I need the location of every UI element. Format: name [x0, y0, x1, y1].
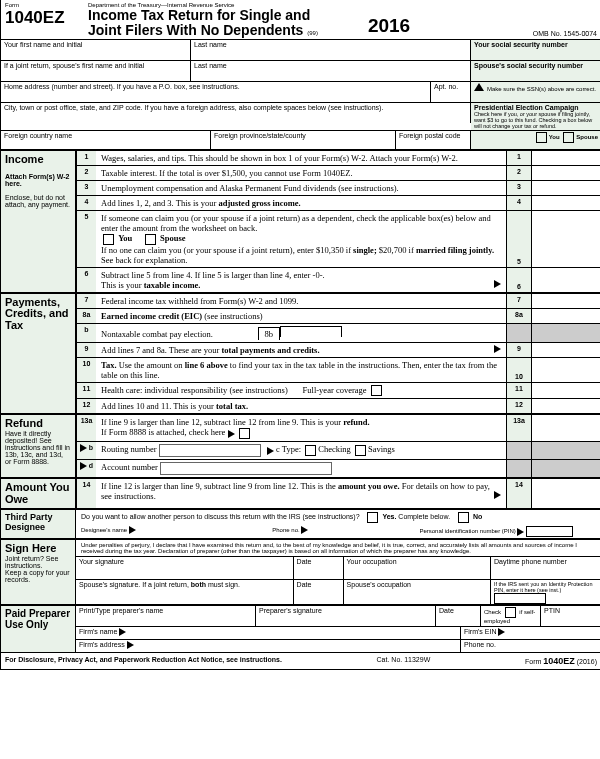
income-side: Income Attach Form(s) W-2 here. Enclose,… — [1, 151, 76, 292]
pec-checks: You Spouse — [471, 131, 600, 149]
form8888-checkbox[interactable] — [239, 428, 250, 439]
line-8b-amount[interactable] — [280, 326, 342, 337]
line-12: Add lines 10 and 11. This is your total … — [96, 399, 506, 413]
line-8a: Earned income credit (EIC) (see instruct… — [96, 309, 506, 323]
footer-left: For Disclosure, Privacy Act, and Paperwo… — [5, 656, 282, 666]
line-4: Add lines 1, 2, and 3. This is your adju… — [96, 196, 506, 210]
spouse-sign-date-field[interactable]: Date — [294, 580, 344, 604]
preparer-date-field[interactable]: Date — [436, 606, 481, 626]
arrow-icon — [127, 641, 134, 649]
line-8a-amount[interactable] — [531, 309, 600, 323]
ipp-field[interactable]: If the IRS sent you an Identity Protecti… — [491, 580, 600, 604]
tpd-fields: Designee's name Phone no. Personal ident… — [76, 525, 600, 538]
full-year-coverage-checkbox[interactable] — [371, 385, 382, 396]
tax-year: 2016 — [368, 15, 410, 37]
line-4-amount[interactable] — [531, 196, 600, 210]
arrow-icon — [494, 491, 501, 499]
your-first-name-field[interactable]: Your first name and initial — [1, 40, 191, 60]
your-occupation-field[interactable]: Your occupation — [344, 557, 491, 579]
account-number-field[interactable] — [160, 462, 332, 475]
spouse-occupation-field[interactable]: Spouse's occupation — [344, 580, 491, 604]
your-last-name-field[interactable]: Last name — [191, 40, 471, 60]
line-3-amount[interactable] — [531, 181, 600, 195]
your-ssn-field[interactable]: Your social security number — [471, 40, 600, 60]
ptin-field[interactable]: PTIN — [541, 606, 600, 626]
your-signature-field[interactable]: Your signature — [76, 557, 294, 579]
daytime-phone-field[interactable]: Daytime phone number — [491, 557, 600, 579]
arrow-icon — [494, 280, 501, 288]
form-title-box: Department of the Treasury—Internal Reve… — [84, 0, 483, 39]
tpd-side: Third Party Designee — [1, 510, 76, 538]
line-6: Subtract line 5 from line 4. If line 5 i… — [96, 268, 506, 292]
arrow-icon — [80, 444, 87, 452]
line-14: If line 12 is larger than line 9, subtra… — [96, 479, 506, 508]
line-13a: If line 9 is larger than line 12, subtra… — [96, 415, 506, 441]
footer-right: Form 1040EZ (2016) — [525, 656, 597, 666]
form-number-box: Form 1040EZ — [1, 0, 84, 39]
line-13a-amount[interactable] — [531, 415, 600, 441]
line-10-amount[interactable] — [531, 358, 600, 382]
line-6-amount[interactable] — [531, 268, 600, 292]
form-number: 1040EZ — [5, 8, 80, 28]
preparer-name-field[interactable]: Print/Type preparer's name — [76, 606, 256, 626]
sign-date-field[interactable]: Date — [294, 557, 344, 579]
foreign-province-field[interactable]: Foreign province/state/county — [211, 131, 396, 149]
spouse-signature-field[interactable]: Spouse's signature. If a joint return, b… — [76, 580, 294, 604]
arrow-icon — [267, 447, 274, 455]
tpd-question: Do you want to allow another person to d… — [76, 510, 600, 525]
tpd-no-checkbox[interactable] — [458, 512, 469, 523]
arrow-icon — [129, 526, 136, 534]
refund-side: RefundHave it directly deposited! See in… — [1, 415, 76, 477]
apt-no-field[interactable]: Apt. no. — [431, 82, 471, 102]
foreign-postal-field[interactable]: Foreign postal code — [396, 131, 471, 149]
preparer-signature-field[interactable]: Preparer's signature — [256, 606, 436, 626]
line-10: Tax. Use the amount on line 6 above to f… — [96, 358, 506, 382]
self-employed-checkbox[interactable] — [505, 607, 516, 618]
line-11-amount[interactable] — [531, 383, 600, 399]
pec-you-checkbox[interactable] — [536, 132, 547, 143]
arrow-icon — [498, 628, 505, 636]
form-1040ez: Form 1040EZ Department of the Treasury—I… — [0, 0, 600, 670]
title-line2: Joint Filers With No Dependents — [88, 22, 303, 38]
arrow-icon — [494, 345, 501, 353]
line-5-amount[interactable] — [531, 211, 600, 267]
line-2-amount[interactable] — [531, 166, 600, 180]
routing-number-field[interactable] — [159, 444, 261, 457]
pec-text: Check here if you, or your spouse if fil… — [474, 111, 592, 129]
home-address-field[interactable]: Home address (number and street). If you… — [1, 82, 431, 102]
line-2: Taxable interest. If the total is over $… — [96, 166, 506, 180]
firm-name-field[interactable]: Firm's name — [76, 627, 461, 639]
line-11: Health care: individual responsibility (… — [96, 383, 506, 399]
line-7-amount[interactable] — [531, 294, 600, 308]
pec-heading: Presidential Election Campaign — [474, 104, 579, 111]
line-12-amount[interactable] — [531, 399, 600, 413]
line-13d: Account number — [96, 460, 506, 477]
tpd-yes-checkbox[interactable] — [367, 512, 378, 523]
arrow-icon — [119, 628, 126, 636]
firm-phone-field[interactable]: Phone no. — [461, 640, 600, 652]
footer: For Disclosure, Privacy Act, and Paperwo… — [1, 652, 600, 669]
firm-ein-field[interactable]: Firm's EIN — [461, 627, 600, 639]
line-9: Add lines 7 and 8a. These are your total… — [96, 343, 506, 357]
omb-number: OMB No. 1545-0074 — [483, 0, 600, 39]
pec-spouse-checkbox[interactable] — [563, 132, 574, 143]
ssn-note: Make sure the SSN(s) above are correct. — [471, 82, 600, 102]
foreign-country-field[interactable]: Foreign country name — [1, 131, 211, 149]
line-14-amount[interactable] — [531, 479, 600, 508]
sign-side: Sign HereJoint return? See instructions.… — [1, 540, 76, 604]
title-line1: Income Tax Return for Single and — [88, 8, 318, 23]
firm-address-field[interactable]: Firm's address — [76, 640, 461, 652]
savings-checkbox[interactable] — [355, 445, 366, 456]
line5-spouse-checkbox[interactable] — [145, 234, 156, 245]
checking-checkbox[interactable] — [305, 445, 316, 456]
line-1: Wages, salaries, and tips. This should b… — [96, 151, 506, 165]
cat-no: Cat. No. 11329W — [377, 656, 431, 666]
line-1-amount[interactable] — [531, 151, 600, 165]
city-state-zip-field[interactable]: City, town or post office, state, and ZI… — [1, 103, 471, 123]
line5-you-checkbox[interactable] — [103, 234, 114, 245]
spouse-first-name-field[interactable]: If a joint return, spouse's first name a… — [1, 61, 191, 81]
spouse-last-name-field[interactable]: Last name — [191, 61, 471, 81]
pin-field[interactable] — [526, 526, 573, 537]
spouse-ssn-field[interactable]: Spouse's social security number — [471, 61, 600, 81]
line-9-amount[interactable] — [531, 343, 600, 357]
